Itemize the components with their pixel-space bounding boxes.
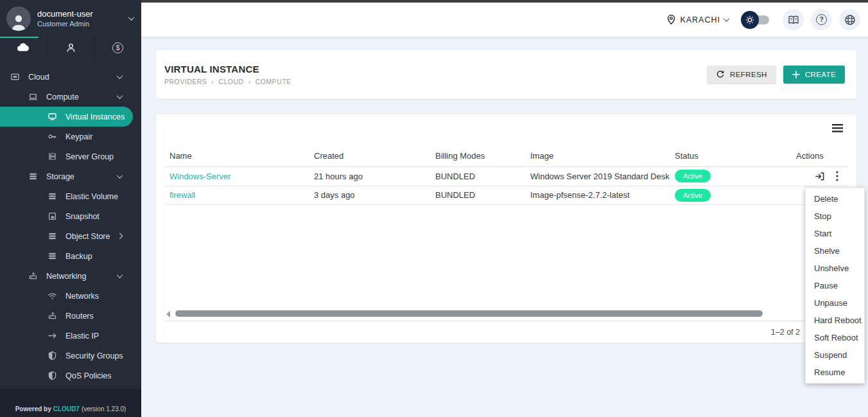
chevron-down-icon bbox=[117, 172, 123, 179]
menu-item-unshelve[interactable]: Unshelve bbox=[806, 260, 864, 277]
kebab-menu-icon bbox=[836, 171, 838, 181]
sidebar-item-qos-policies[interactable]: QoS Policies bbox=[0, 366, 141, 386]
help-button[interactable]: ? bbox=[811, 9, 832, 30]
menu-item-pause[interactable]: Pause bbox=[806, 277, 864, 294]
sidebar-item-networks[interactable]: Networks bbox=[0, 286, 141, 306]
menu-item-unpause[interactable]: Unpause bbox=[806, 294, 864, 312]
row-actions-kebab[interactable] bbox=[836, 171, 838, 181]
console-button[interactable] bbox=[814, 171, 825, 182]
pagination-bar: 1–2 of 2 bbox=[164, 321, 848, 342]
menu-item-stop[interactable]: Stop bbox=[806, 208, 864, 225]
shield-icon bbox=[48, 371, 57, 380]
breadcrumb-cloud: CLOUD bbox=[218, 78, 243, 85]
breadcrumb-compute: COMPUTE bbox=[256, 78, 291, 85]
laptop-icon bbox=[28, 92, 38, 102]
menu-item-suspend[interactable]: Suspend bbox=[806, 346, 864, 364]
avatar bbox=[6, 6, 31, 31]
docs-button[interactable] bbox=[783, 9, 804, 30]
sidebar-item-networking[interactable]: Networking bbox=[0, 266, 141, 286]
object-store-icon bbox=[48, 231, 57, 241]
sidebar-item-server-group[interactable]: Server Group bbox=[0, 146, 141, 166]
tab-billing[interactable]: $ bbox=[94, 37, 141, 58]
storage-stack-icon bbox=[28, 172, 38, 181]
language-button[interactable] bbox=[839, 9, 860, 30]
table-header-row: Name Created Billing Modes Image Status … bbox=[164, 145, 848, 167]
col-created[interactable]: Created bbox=[309, 151, 430, 161]
sidebar-item-backup[interactable]: Backup bbox=[0, 246, 141, 266]
instance-name-link[interactable]: Windows-Server bbox=[169, 172, 230, 181]
sidebar-item-elastic-ip[interactable]: Elastic IP bbox=[0, 326, 141, 346]
sidebar-item-keypair[interactable]: Keypair bbox=[0, 127, 141, 146]
person-icon bbox=[9, 12, 28, 31]
router-icon bbox=[48, 311, 57, 321]
wifi-icon bbox=[48, 291, 57, 301]
billing-dollar-icon: $ bbox=[112, 42, 123, 53]
table-menu-button[interactable] bbox=[832, 124, 843, 132]
backup-icon bbox=[48, 251, 57, 261]
breadcrumb: PROVIDERS › CLOUD › COMPUTE bbox=[164, 78, 291, 85]
menu-item-delete[interactable]: Delete bbox=[806, 190, 864, 208]
tab-users[interactable] bbox=[47, 37, 94, 58]
cloud-icon bbox=[17, 42, 30, 53]
user-account[interactable]: document-user Customer Admin bbox=[0, 0, 141, 37]
sidebar-item-security-groups[interactable]: Security Groups bbox=[0, 346, 141, 366]
horizontal-scrollbar[interactable] bbox=[175, 310, 763, 317]
page-body: VIRTUAL INSTANCE PROVIDERS › CLOUD › COM… bbox=[141, 37, 868, 417]
region-selector[interactable]: KARACHI bbox=[666, 14, 729, 25]
hscroll-left-arrow[interactable] bbox=[166, 311, 170, 317]
sidebar: document-user Customer Admin $ Cloud bbox=[0, 0, 141, 417]
refresh-icon bbox=[716, 70, 725, 79]
sidebar-tabbar: $ bbox=[0, 37, 141, 58]
row-actions-menu: Delete Stop Start Shelve Unshelve Pause … bbox=[805, 188, 865, 384]
sidebar-item-cloud[interactable]: Cloud bbox=[0, 67, 141, 87]
menu-item-shelve[interactable]: Shelve bbox=[806, 242, 864, 260]
chevron-down-icon bbox=[117, 93, 123, 99]
col-billing-modes[interactable]: Billing Modes bbox=[430, 151, 525, 161]
arrow-right-icon bbox=[48, 331, 57, 341]
col-status[interactable]: Status bbox=[670, 151, 791, 161]
sidebar-item-elastic-volume[interactable]: Elastic Volume bbox=[0, 186, 141, 206]
tab-cloud[interactable] bbox=[0, 37, 47, 58]
chevron-down-icon bbox=[117, 73, 123, 79]
col-image[interactable]: Image bbox=[525, 151, 670, 161]
sun-icon bbox=[745, 15, 754, 24]
menu-item-start[interactable]: Start bbox=[806, 225, 864, 242]
create-label: CREATE bbox=[805, 71, 836, 78]
location-pin-icon bbox=[666, 14, 676, 25]
billing-cell: BUNDLED bbox=[430, 172, 525, 181]
chevron-down-icon bbox=[117, 272, 123, 278]
sidebar-item-compute[interactable]: Compute bbox=[0, 87, 141, 107]
router-icon bbox=[28, 271, 38, 281]
instances-table-card: Name Created Billing Modes Image Status … bbox=[156, 114, 856, 342]
status-badge: Active bbox=[675, 189, 711, 202]
sidebar-item-storage[interactable]: Storage bbox=[0, 166, 141, 186]
plus-icon bbox=[792, 71, 800, 78]
snapshot-icon bbox=[48, 211, 57, 221]
created-cell: 3 days ago bbox=[309, 190, 430, 200]
version-label: (version 1.23.0) bbox=[82, 405, 126, 413]
region-label: KARACHI bbox=[680, 15, 720, 24]
menu-item-soft-reboot[interactable]: Soft Reboot bbox=[806, 329, 864, 346]
user-role: Customer Admin bbox=[37, 19, 93, 28]
theme-toggle[interactable] bbox=[741, 11, 770, 29]
sidebar-item-virtual-instances[interactable]: Virtual Instances bbox=[0, 107, 133, 127]
create-button[interactable]: CREATE bbox=[783, 66, 845, 84]
help-icon: ? bbox=[816, 14, 827, 25]
refresh-button[interactable]: REFRESH bbox=[707, 66, 776, 84]
sidebar-item-routers[interactable]: Routers bbox=[0, 306, 141, 326]
book-icon bbox=[788, 15, 799, 25]
sidebar-menu: Cloud Compute Virtual Instances Keypair bbox=[0, 67, 141, 389]
instance-name-link[interactable]: firewall bbox=[169, 190, 195, 200]
breadcrumb-providers: PROVIDERS bbox=[164, 78, 207, 85]
menu-item-hard-reboot[interactable]: Hard Reboot bbox=[806, 312, 864, 329]
chevron-down-icon bbox=[128, 14, 135, 21]
chevron-down-icon bbox=[724, 15, 730, 22]
image-cell: Windows Server 2019 Standard Desktop ... bbox=[525, 172, 670, 181]
created-cell: 21 hours ago bbox=[309, 172, 430, 181]
volume-stack-icon bbox=[48, 191, 57, 201]
menu-item-resume[interactable]: Resume bbox=[806, 364, 864, 381]
sidebar-item-snapshot[interactable]: Snapshot bbox=[0, 206, 141, 226]
person-icon bbox=[65, 42, 76, 53]
sidebar-item-object-store[interactable]: Object Store bbox=[0, 226, 141, 246]
col-name[interactable]: Name bbox=[164, 151, 309, 161]
